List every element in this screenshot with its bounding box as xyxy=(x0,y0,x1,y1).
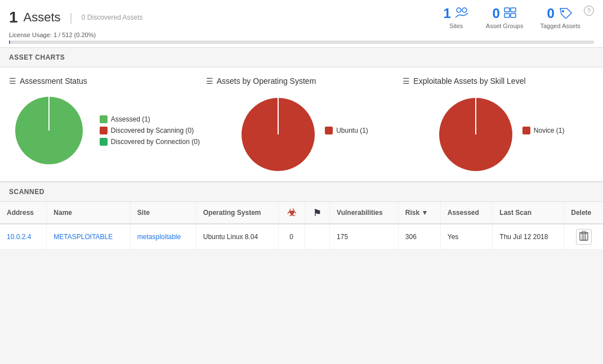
col-flag: ⚑ xyxy=(305,202,330,224)
svg-rect-2 xyxy=(504,8,510,12)
col-address: Address xyxy=(0,202,47,224)
cell-os: Ubuntu Linux 8.04 xyxy=(196,224,278,250)
chart2-pie xyxy=(235,91,314,170)
cell-address: 10.0.2.4 xyxy=(0,224,47,250)
chart1-legend: Assessed (1) Discovered by Scanning (0) … xyxy=(100,115,200,146)
chart3-legend: Novice (1) xyxy=(522,127,565,134)
col-delete: Delete xyxy=(564,202,603,224)
chart-skill-level: ☰ Exploitable Assets by Skill Level Novi… xyxy=(403,77,594,170)
stat-tagged-assets: 0 Tagged Assets xyxy=(540,6,580,29)
col-assessed: Assessed xyxy=(440,202,493,224)
tagged-assets-icon xyxy=(558,6,574,21)
divider: | xyxy=(70,11,73,24)
site-link[interactable]: metasploitable xyxy=(137,233,181,241)
col-os: Operating System xyxy=(196,202,278,224)
legend-item: Discovered by Scanning (0) xyxy=(100,127,200,134)
delete-button[interactable] xyxy=(576,229,592,245)
tagged-assets-label: Tagged Assets xyxy=(540,23,580,29)
legend-item: Ubuntu (1) xyxy=(325,127,368,134)
cell-site: metasploitable xyxy=(130,224,196,250)
cell-last-scan: Thu Jul 12 2018 xyxy=(493,224,564,250)
cell-assessed: Yes xyxy=(440,224,493,250)
assets-count: 1 xyxy=(9,8,18,26)
scanned-header: SCANNED xyxy=(0,182,603,202)
col-vulnerabilities: Vulnerabilities xyxy=(330,202,399,224)
sites-icon xyxy=(454,6,469,21)
chart2-menu-icon[interactable]: ☰ xyxy=(206,77,213,86)
chart3-title: Exploitable Assets by Skill Level xyxy=(413,77,525,86)
stat-sites: 1 Sites xyxy=(443,6,468,29)
chart2-title: Assets by Operating System xyxy=(217,77,316,86)
title-section: 1 Assets | 0 Discovered Assets xyxy=(9,8,143,26)
tagged-assets-count: 0 xyxy=(547,6,555,21)
asset-charts-header: ASSET CHARTS xyxy=(0,48,603,68)
cell-bio: 0 xyxy=(278,224,305,250)
col-biohazard: ☣ xyxy=(278,202,305,224)
stat-asset-groups: 0 Asset Groups xyxy=(486,6,524,29)
assets-label: Assets xyxy=(24,10,61,25)
charts-section: ☰ Assessment Status Assessed (1) xyxy=(0,68,603,182)
col-risk: Risk ▼ xyxy=(398,202,440,224)
license-usage: License Usage: 1 / 512 (0.20%) xyxy=(9,32,594,38)
flag-icon: ⚑ xyxy=(313,208,321,218)
chart1-pie xyxy=(10,91,88,170)
license-progress-fill xyxy=(9,41,10,44)
header: 1 Assets | 0 Discovered Assets 1 xyxy=(0,0,603,48)
svg-rect-4 xyxy=(504,14,510,17)
cell-flag xyxy=(305,224,330,250)
svg-rect-5 xyxy=(511,14,516,17)
cell-delete xyxy=(564,224,603,250)
cell-name: METASPLOITABLE xyxy=(47,224,130,250)
svg-point-1 xyxy=(462,8,467,12)
address-link[interactable]: 10.0.2.4 xyxy=(7,233,31,241)
cell-risk: 306 xyxy=(398,224,440,250)
sites-count: 1 xyxy=(443,6,450,21)
col-last-scan: Last Scan xyxy=(493,202,564,224)
col-name: Name xyxy=(47,202,130,224)
svg-point-6 xyxy=(562,10,564,12)
help-button[interactable]: ? xyxy=(584,6,594,16)
charts-row: ☰ Assessment Status Assessed (1) xyxy=(9,77,594,170)
cell-vulnerabilities: 175 xyxy=(330,224,399,250)
asset-groups-count: 0 xyxy=(492,6,499,21)
biohazard-icon: ☣ xyxy=(287,207,296,218)
chart-assessment-status: ☰ Assessment Status Assessed (1) xyxy=(9,77,200,170)
chart3-pie xyxy=(432,91,511,170)
table-header-row: Address Name Site Operating System ☣ ⚑ V… xyxy=(0,202,603,224)
sites-label: Sites xyxy=(449,23,463,29)
chart2-legend: Ubuntu (1) xyxy=(325,127,368,134)
legend-item: Assessed (1) xyxy=(100,115,200,123)
header-stats: 1 Sites 0 xyxy=(443,6,580,29)
scanned-table: Address Name Site Operating System ☣ ⚑ V… xyxy=(0,202,603,250)
asset-groups-label: Asset Groups xyxy=(486,23,524,29)
table-row: 10.0.2.4 METASPLOITABLE metasploitable U… xyxy=(0,224,603,250)
scanned-section: SCANNED Address Name Site Operating Syst… xyxy=(0,182,603,250)
chart3-menu-icon[interactable]: ☰ xyxy=(403,77,410,86)
chart-os: ☰ Assets by Operating System Ubuntu (1) xyxy=(206,77,397,170)
asset-groups-icon xyxy=(503,6,517,21)
col-site: Site xyxy=(130,202,196,224)
name-link[interactable]: METASPLOITABLE xyxy=(53,233,113,241)
license-progress-bar xyxy=(9,41,594,44)
legend-item: Novice (1) xyxy=(522,127,565,134)
legend-item: Discovered by Connection (0) xyxy=(100,138,200,146)
chart1-menu-icon[interactable]: ☰ xyxy=(9,77,16,86)
discovered-badge: 0 Discovered Assets xyxy=(82,14,143,21)
svg-rect-3 xyxy=(511,8,516,12)
svg-point-0 xyxy=(457,8,461,12)
chart1-title: Assessment Status xyxy=(20,77,87,86)
